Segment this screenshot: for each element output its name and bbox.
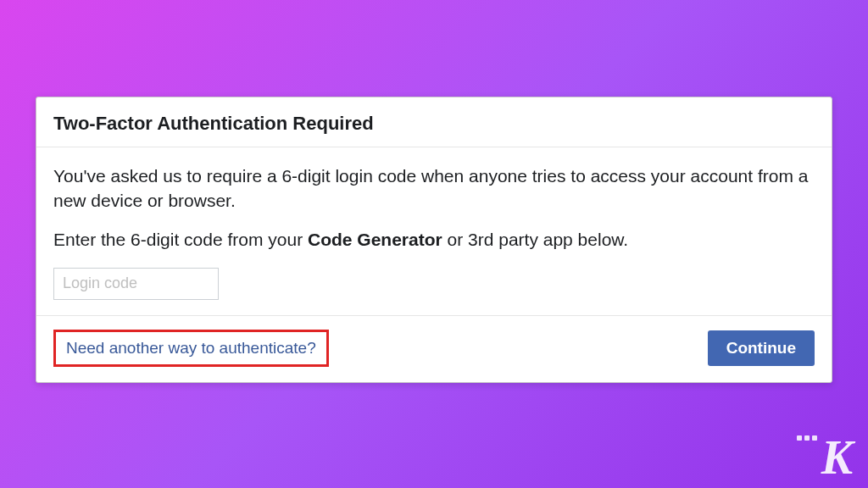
two-factor-dialog: Two-Factor Authentication Required You'v… [36, 97, 832, 382]
continue-button[interactable]: Continue [708, 330, 815, 366]
dialog-footer: Need another way to authenticate? Contin… [36, 315, 832, 382]
alt-auth-highlight: Need another way to authenticate? [53, 330, 329, 367]
description-text-1: You've asked us to require a 6-digit log… [53, 164, 815, 213]
login-code-input[interactable] [53, 268, 219, 300]
dialog-header: Two-Factor Authentication Required [36, 97, 832, 147]
code-generator-label: Code Generator [308, 230, 442, 249]
dialog-body: You've asked us to require a 6-digit log… [36, 147, 832, 314]
watermark-logo: K [821, 434, 853, 481]
description-text-2: Enter the 6-digit code from your Code Ge… [53, 228, 815, 252]
description-prefix: Enter the 6-digit code from your [53, 230, 308, 249]
dialog-title: Two-Factor Authentication Required [53, 113, 815, 135]
alt-auth-link[interactable]: Need another way to authenticate? [66, 339, 316, 357]
description-suffix: or 3rd party app below. [442, 230, 628, 249]
logo-dots-icon [797, 435, 817, 441]
logo-letter: K [821, 434, 853, 481]
